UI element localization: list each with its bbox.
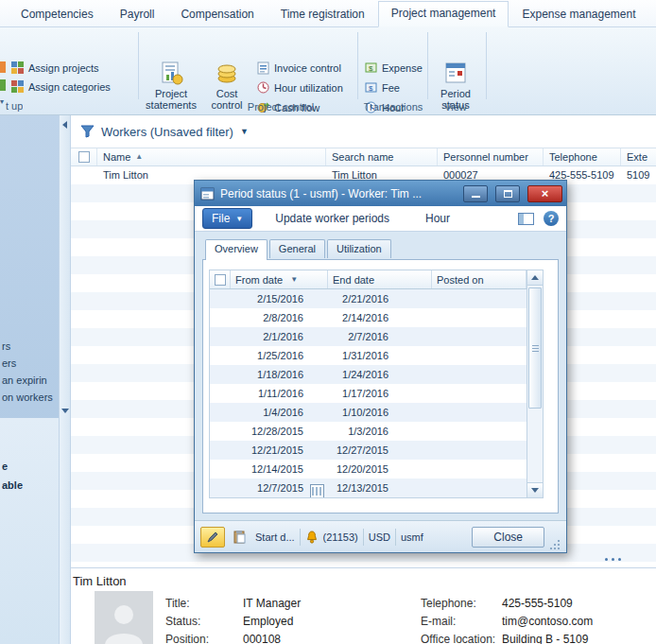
clipped-button[interactable]	[0, 61, 6, 73]
tab-compensation[interactable]: Compensation	[167, 2, 267, 26]
table-row[interactable]: 2/1/20162/7/2016	[210, 327, 527, 346]
cell-extension[interactable]: 5109	[621, 167, 656, 184]
row-select-cell[interactable]	[71, 167, 97, 184]
vertical-scrollbar[interactable]	[527, 270, 543, 497]
assign-projects-button[interactable]: Assign projects	[11, 61, 99, 74]
tab-payroll[interactable]: Payroll	[107, 2, 168, 26]
sort-dropdown-icon[interactable]: ▼	[290, 275, 298, 284]
nav-item-partial[interactable]: able	[2, 479, 23, 491]
collapse-left-icon[interactable]	[62, 121, 67, 129]
cell-from-date[interactable]: 2/15/2016	[231, 293, 328, 305]
paste-button[interactable]	[230, 527, 250, 548]
edit-record-button[interactable]	[200, 527, 225, 548]
cell-end-date[interactable]: 2/14/2016	[328, 312, 432, 323]
table-row[interactable]: 2/15/20162/21/2016	[210, 289, 527, 308]
cell-from-date[interactable]: 12/28/2015	[231, 426, 328, 437]
cell-end-date[interactable]: 12/13/2015	[328, 482, 432, 494]
tab-general[interactable]: General	[269, 239, 325, 258]
invoice-control-button[interactable]: Invoice control	[257, 61, 341, 75]
nav-item-partial[interactable]: on workers	[2, 392, 53, 403]
resize-grip[interactable]	[549, 539, 561, 550]
minimize-button[interactable]	[463, 185, 488, 202]
table-row[interactable]: 12/7/2015 12/13/2015	[210, 479, 527, 497]
start-date-field[interactable]: Start d...	[255, 531, 295, 543]
tab-time-registration[interactable]: Time registration	[268, 2, 378, 26]
cell-from-date[interactable]: 2/1/2016	[231, 331, 328, 342]
column-header-telephone[interactable]: Telephone	[544, 148, 621, 165]
currency-indicator[interactable]: USD	[369, 531, 390, 543]
scroll-down-button[interactable]	[527, 482, 543, 497]
splitter-scroll-down-icon[interactable]	[61, 409, 69, 413]
cell-end-date[interactable]: 1/17/2016	[328, 388, 432, 399]
layout-icon[interactable]	[518, 213, 534, 225]
table-row[interactable]: 12/14/201512/20/2015	[210, 460, 527, 479]
cell-end-date[interactable]: 12/27/2015	[328, 444, 432, 456]
pane-splitter[interactable]	[59, 115, 71, 644]
fee-button[interactable]: $ Fee	[365, 81, 400, 94]
cell-from-date[interactable]: 12/21/2015	[231, 444, 328, 456]
table-row[interactable]: 1/18/20161/24/2016	[210, 365, 527, 384]
cell-end-date[interactable]: 1/10/2016	[328, 407, 432, 418]
nav-item-partial[interactable]: e	[2, 461, 8, 472]
maximize-button[interactable]	[495, 185, 520, 202]
tab-utilization[interactable]: Utilization	[327, 239, 391, 258]
tab-expense-management[interactable]: Expense management	[509, 2, 648, 26]
column-header-name[interactable]: Name ▲	[97, 148, 326, 165]
cell-end-date[interactable]: 1/3/2016	[328, 426, 432, 437]
cell-end-date[interactable]: 1/31/2016	[328, 350, 432, 361]
table-row[interactable]: 1/11/20161/17/2016	[210, 384, 527, 403]
assign-categories-button[interactable]: Assign categories	[11, 80, 111, 93]
nav-item-partial[interactable]: an expirin	[2, 374, 47, 386]
splitter-dots-icon[interactable]	[605, 558, 631, 563]
cell-from-date[interactable]: 1/11/2016	[231, 388, 328, 399]
table-row[interactable]: 12/21/201512/27/2015	[210, 441, 527, 460]
cell-end-date[interactable]: 2/21/2016	[328, 293, 432, 305]
table-row[interactable]: 1/25/20161/31/2016	[210, 346, 527, 365]
tab-overview[interactable]: Overview	[205, 239, 268, 260]
calendar-icon[interactable]	[310, 484, 324, 497]
expense-button[interactable]: $ Expense	[365, 61, 423, 74]
project-statements-button[interactable]: Project statements	[144, 61, 199, 111]
help-icon[interactable]: ?	[544, 211, 559, 226]
column-header-posted-on[interactable]: Posted on	[432, 270, 527, 288]
cell-from-date[interactable]: 2/8/2016	[231, 312, 328, 323]
cell-from-date-editing[interactable]: 12/7/2015	[231, 482, 328, 494]
cell-end-date[interactable]: 2/7/2016	[328, 331, 432, 342]
column-header-end-date[interactable]: End date	[328, 270, 432, 288]
column-header-from-date[interactable]: From date ▼	[231, 270, 328, 288]
chevron-down-icon[interactable]: ▼	[240, 127, 249, 136]
select-all-checkbox[interactable]	[215, 274, 226, 286]
notification-count[interactable]: (21153)	[323, 531, 358, 543]
dialog-title-bar[interactable]: Period status (1 - usmf) - Worker: Tim .…	[195, 181, 566, 206]
filter-icon[interactable]	[80, 125, 95, 138]
cell-from-date[interactable]: 1/18/2016	[231, 369, 328, 380]
column-header-extension[interactable]: Exte	[621, 148, 656, 165]
scroll-up-button[interactable]	[527, 270, 543, 286]
close-window-button[interactable]: ×	[527, 185, 562, 202]
close-button[interactable]: Close	[472, 527, 544, 548]
column-header-personnel-number[interactable]: Personnel number	[438, 148, 544, 165]
hour-menu[interactable]: Hour	[416, 209, 459, 228]
update-worker-periods-menu[interactable]: Update worker periods	[266, 209, 399, 228]
cell-end-date[interactable]: 1/24/2016	[328, 369, 432, 380]
notification-bell-icon[interactable]	[305, 531, 319, 544]
table-row[interactable]: 2/8/20162/14/2016	[210, 308, 527, 327]
clipped-button[interactable]	[0, 79, 6, 91]
select-all-checkbox[interactable]	[78, 151, 90, 163]
scrollbar-thumb[interactable]	[528, 287, 542, 409]
list-title[interactable]: Workers (Unsaved filter)	[101, 125, 233, 139]
nav-item-partial[interactable]: rs	[2, 340, 10, 352]
nav-item-partial[interactable]: ers	[2, 357, 16, 369]
cell-from-date[interactable]: 1/4/2016	[231, 407, 328, 418]
hour-utilization-button[interactable]: Hour utilization	[257, 81, 343, 94]
table-row[interactable]: 12/28/20151/3/2016	[210, 422, 527, 441]
tab-competencies[interactable]: Competencies	[8, 2, 107, 26]
column-header-search-name[interactable]: Search name	[326, 148, 438, 165]
cell-from-date[interactable]: 1/25/2016	[231, 350, 328, 361]
file-menu-button[interactable]: File ▼	[202, 208, 252, 229]
cell-end-date[interactable]: 12/20/2015	[328, 463, 432, 475]
tab-project-management[interactable]: Project management	[378, 1, 509, 27]
company-indicator[interactable]: usmf	[401, 531, 423, 543]
cell-from-date[interactable]: 12/14/2015	[231, 463, 328, 475]
table-row[interactable]: 1/4/20161/10/2016	[210, 403, 527, 422]
